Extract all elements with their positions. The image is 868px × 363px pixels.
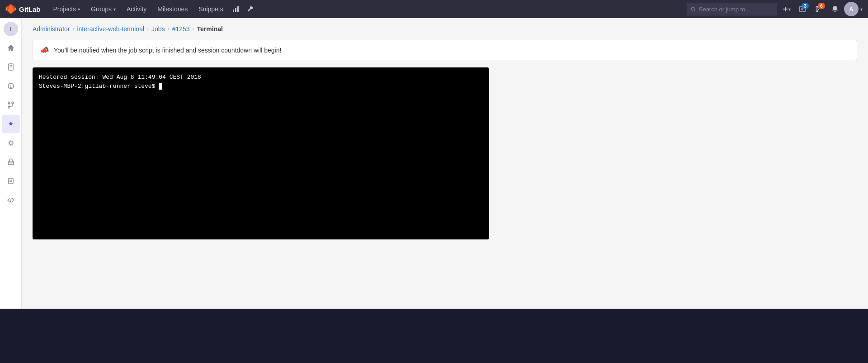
breadcrumb-jobs[interactable]: Jobs xyxy=(151,25,165,33)
sidebar-item-files[interactable] xyxy=(2,58,20,76)
nav-admin[interactable] xyxy=(243,0,258,18)
sidebar-item-operations[interactable] xyxy=(2,134,20,152)
svg-rect-1 xyxy=(235,8,236,12)
search-input[interactable] xyxy=(699,6,773,13)
svg-rect-0 xyxy=(233,10,234,12)
breadcrumb-job-id[interactable]: #1253 xyxy=(172,25,190,33)
terminal-window[interactable]: Restored session: Wed Aug 8 11:49:04 CES… xyxy=(33,67,489,239)
issues-button[interactable]: 3 xyxy=(795,2,810,16)
sidebar-item-ci[interactable] xyxy=(2,115,20,133)
user-avatar-button[interactable]: A xyxy=(844,2,859,16)
nav-projects[interactable]: Projects ▾ xyxy=(48,0,86,18)
terminal-line-2: Steves-MBP-2:gitlab-runner steve$ xyxy=(39,82,483,91)
svg-point-20 xyxy=(8,102,10,104)
svg-line-29 xyxy=(10,198,11,202)
nav-milestones[interactable]: Milestones xyxy=(152,0,193,18)
svg-point-12 xyxy=(816,10,818,12)
megaphone-icon: 📣 xyxy=(40,46,49,54)
nav-snippets[interactable]: Snippets xyxy=(193,0,228,18)
gitlab-logo[interactable]: GitLab xyxy=(5,4,41,14)
sidebar-item-issues[interactable] xyxy=(2,77,20,95)
breadcrumb-project[interactable]: interactive-web-terminal xyxy=(77,25,144,33)
notification-text: You'll be notified when the job script i… xyxy=(54,47,281,54)
top-navigation: GitLab Projects ▾ Groups ▾ Activity Mile… xyxy=(0,0,868,18)
nav-right-area: ▾ 3 6 xyxy=(687,2,863,16)
plus-menu-button[interactable]: ▾ xyxy=(779,2,793,16)
nav-groups[interactable]: Groups ▾ xyxy=(85,0,121,18)
search-icon xyxy=(691,6,696,12)
breadcrumb-current: Terminal xyxy=(197,25,223,33)
svg-line-4 xyxy=(694,10,695,11)
breadcrumb-admin[interactable]: Administrator xyxy=(33,25,70,33)
bell-icon xyxy=(831,5,839,13)
issues-badge: 3 xyxy=(802,3,809,9)
project-avatar[interactable]: I xyxy=(4,22,18,36)
gitlab-wordmark: GitLab xyxy=(19,5,41,13)
plus-chevron: ▾ xyxy=(788,7,791,12)
sidebar-item-wiki[interactable] xyxy=(2,172,20,190)
sidebar-item-packages[interactable] xyxy=(2,153,20,171)
sidebar-item-home[interactable] xyxy=(2,39,20,57)
notification-button[interactable] xyxy=(828,2,842,16)
plus-icon xyxy=(782,6,788,12)
groups-chevron: ▾ xyxy=(113,7,116,12)
bottom-dark-area xyxy=(0,309,868,363)
svg-point-3 xyxy=(691,7,694,10)
svg-point-24 xyxy=(9,142,12,144)
search-box[interactable] xyxy=(687,3,777,15)
svg-point-21 xyxy=(12,102,14,104)
notification-banner: 📣 You'll be notified when the job script… xyxy=(33,40,857,60)
svg-point-19 xyxy=(10,87,11,88)
sidebar-item-snippets[interactable] xyxy=(2,191,20,209)
breadcrumb: Administrator › interactive-web-terminal… xyxy=(33,25,857,33)
svg-rect-2 xyxy=(237,6,239,12)
mr-badge: 6 xyxy=(818,3,825,9)
terminal-cursor xyxy=(159,83,162,90)
nav-activity[interactable]: Activity xyxy=(121,0,152,18)
avatar-chevron[interactable]: ▾ xyxy=(860,7,863,12)
nav-chart[interactable] xyxy=(229,0,243,18)
svg-point-22 xyxy=(8,106,10,108)
terminal-line-1: Restored session: Wed Aug 8 11:49:04 CES… xyxy=(39,73,483,82)
projects-chevron: ▾ xyxy=(78,7,80,12)
sidebar-item-mr[interactable] xyxy=(2,96,20,114)
mr-button[interactable]: 6 xyxy=(811,2,826,16)
